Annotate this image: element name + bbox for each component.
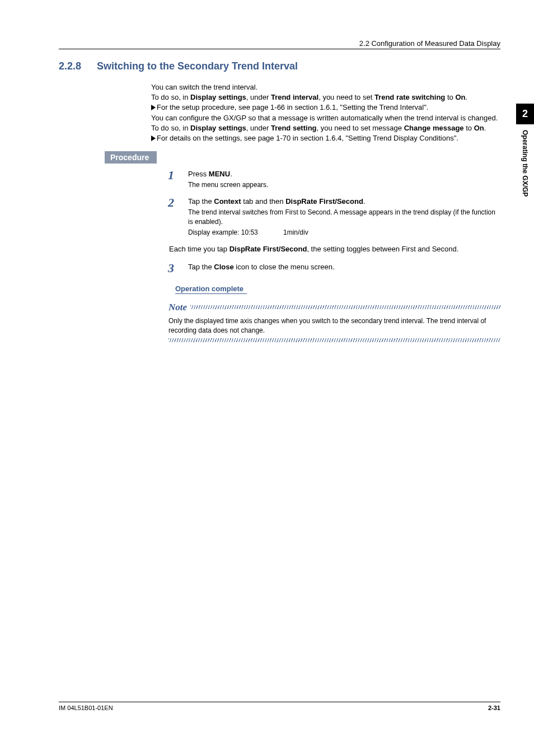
operation-complete: Operation complete [175, 284, 247, 294]
arrow-icon [151, 136, 156, 141]
note-title: Note [168, 302, 187, 313]
step-3: 3 Tap the Close icon to close the menu s… [168, 262, 500, 274]
intro-p5: For details on the settings, see page 1-… [151, 133, 500, 143]
arrow-icon [151, 105, 156, 110]
intro-p1: You can switch the trend interval. [151, 82, 500, 92]
mid-note: Each time you tap DispRate First/Second,… [169, 244, 483, 254]
step-2: 2 Tap the Context tab and then DispRate … [168, 197, 500, 237]
note-body: Only the displayed time axis changes whe… [168, 316, 500, 337]
intro-p2: To do so, in Display settings, under Tre… [151, 92, 500, 102]
note-title-row: Note [168, 302, 500, 313]
side-chapter-number: 2 [516, 104, 534, 124]
section-number: 2.2.8 [59, 60, 87, 72]
step-sub: The menu screen appears. [188, 180, 500, 190]
footer-page-number: 2-31 [488, 704, 500, 711]
step-number: 1 [168, 169, 177, 181]
footer-left: IM 04L51B01-01EN [59, 704, 113, 711]
side-chapter-label: Operating the GX/GP [521, 124, 529, 202]
header-rule: 2.2 Configuration of Measured Data Displ… [59, 39, 500, 49]
step-1: 1 Press MENU. The menu screen appears. [168, 169, 500, 190]
procedure-label: Procedure [105, 151, 157, 164]
section-title: Switching to the Secondary Trend Interva… [97, 60, 298, 72]
hatch-rule-icon [168, 338, 500, 342]
step-number: 3 [168, 262, 177, 274]
intro-block: You can switch the trend interval. To do… [151, 82, 500, 143]
hatch-rule-icon [190, 305, 500, 309]
step-body: Tap the Context tab and then DispRate Fi… [188, 197, 500, 237]
step-body: Press MENU. The menu screen appears. [188, 169, 500, 190]
footer: IM 04L51B01-01EN 2-31 [59, 702, 500, 711]
step-sub: Display example: 10:531min/div [188, 228, 500, 237]
page: 2.2 Configuration of Measured Data Displ… [0, 0, 534, 756]
step-body: Tap the Close icon to close the menu scr… [188, 262, 500, 272]
note-block: Note Only the displayed time axis change… [168, 302, 500, 343]
section-heading: 2.2.8 Switching to the Secondary Trend I… [59, 60, 500, 72]
step-sub: The trend interval switches from First t… [188, 208, 500, 227]
side-tab: 2 Operating the GX/GP [516, 104, 534, 202]
step-number: 2 [168, 197, 177, 209]
intro-p4: You can configure the GX/GP so that a me… [151, 113, 500, 133]
running-header: 2.2 Configuration of Measured Data Displ… [59, 39, 500, 48]
intro-p3: For the setup procedure, see page 1-66 i… [151, 102, 500, 113]
